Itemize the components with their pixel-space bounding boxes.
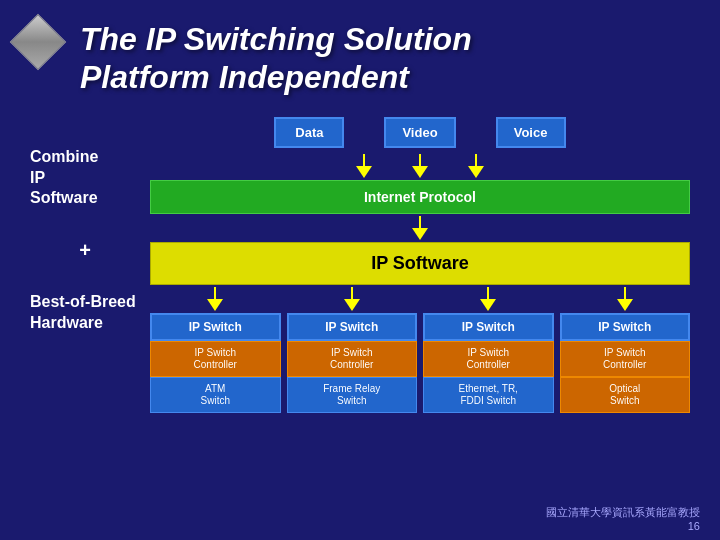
arrow-down2 bbox=[412, 166, 428, 178]
sw-arrow2 bbox=[287, 287, 418, 311]
main-diagram: Data Video Voice Inte bbox=[150, 117, 690, 413]
plus-label: + bbox=[30, 239, 140, 262]
switch-controller-2: IP SwitchController bbox=[287, 341, 418, 377]
switch-bottom-4-label: OpticalSwitch bbox=[609, 383, 640, 406]
arrow1 bbox=[356, 154, 372, 178]
protocol-to-software-arrow bbox=[412, 216, 428, 240]
arrow-line2 bbox=[419, 154, 421, 166]
sw-arrow-line2 bbox=[351, 287, 353, 299]
title-line1: The IP Switching Solution bbox=[80, 21, 472, 57]
arrow3 bbox=[468, 154, 484, 178]
switch-header-2: IP Switch bbox=[287, 313, 418, 341]
footer: 國立清華大學資訊系黃能富教授 16 bbox=[546, 505, 700, 532]
video-box: Video bbox=[384, 117, 455, 148]
arrow-down-single bbox=[412, 228, 428, 240]
internet-protocol-bar: Internet Protocol bbox=[150, 180, 690, 214]
sw-arrow4 bbox=[560, 287, 691, 311]
arrow2 bbox=[412, 154, 428, 178]
switch-bottom-2-label: Frame RelaySwitch bbox=[323, 383, 380, 406]
sw-arrow-down3 bbox=[480, 299, 496, 311]
combine-label: Combine IP Software bbox=[30, 147, 98, 209]
switches-row: IP Switch IP SwitchController ATMSwitch … bbox=[150, 313, 690, 413]
sw-arrow-line3 bbox=[487, 287, 489, 299]
sw-arrow-down1 bbox=[207, 299, 223, 311]
diamond-decoration bbox=[10, 14, 67, 71]
switch-column-4: IP Switch IP SwitchController OpticalSwi… bbox=[560, 313, 691, 413]
switch-column-3: IP Switch IP SwitchController Ethernet, … bbox=[423, 313, 554, 413]
best-of-breed-label: Best-of-Breed Hardware bbox=[30, 292, 136, 334]
sw-arrow-line1 bbox=[214, 287, 216, 299]
switch-bottom-3-label: Ethernet, TR,FDDI Switch bbox=[459, 383, 518, 406]
switch-bottom-4: OpticalSwitch bbox=[560, 377, 691, 413]
sw-arrow3 bbox=[423, 287, 554, 311]
switch-bottom-1-label: ATMSwitch bbox=[201, 383, 230, 406]
switch-bottom-2: Frame RelaySwitch bbox=[287, 377, 418, 413]
data-box: Data bbox=[274, 117, 344, 148]
switch-controller-3: IP SwitchController bbox=[423, 341, 554, 377]
sw-arrow-down4 bbox=[617, 299, 633, 311]
title-block: The IP Switching Solution Platform Indep… bbox=[80, 20, 690, 97]
switch-controller-3-label: IP SwitchController bbox=[467, 347, 510, 370]
switch-controller-2-label: IP SwitchController bbox=[330, 347, 373, 370]
arrow-line1 bbox=[363, 154, 365, 166]
switch-bottom-1: ATMSwitch bbox=[150, 377, 281, 413]
switch-controller-1-label: IP SwitchController bbox=[194, 347, 237, 370]
left-labels: Combine IP Software + Best-of-Breed Hard… bbox=[30, 117, 140, 334]
ip-software-bar: IP Software bbox=[150, 242, 690, 285]
switch-controller-4-label: IP SwitchController bbox=[603, 347, 646, 370]
arrow-line-single bbox=[419, 216, 421, 228]
content-area: Combine IP Software + Best-of-Breed Hard… bbox=[30, 117, 690, 413]
switch-column-2: IP Switch IP SwitchController Frame Rela… bbox=[287, 313, 418, 413]
sw-arrow-line4 bbox=[624, 287, 626, 299]
sw-arrow-down2 bbox=[344, 299, 360, 311]
switch-column-1: IP Switch IP SwitchController ATMSwitch bbox=[150, 313, 281, 413]
voice-box: Voice bbox=[496, 117, 566, 148]
footer-page: 16 bbox=[546, 520, 700, 532]
input-boxes-row: Data Video Voice bbox=[150, 117, 690, 148]
switch-header-1: IP Switch bbox=[150, 313, 281, 341]
title-line2: Platform Independent bbox=[80, 59, 409, 95]
arrow-down1 bbox=[356, 166, 372, 178]
footer-university: 國立清華大學資訊系黃能富教授 bbox=[546, 505, 700, 520]
arrow-down3 bbox=[468, 166, 484, 178]
switch-controller-1: IP SwitchController bbox=[150, 341, 281, 377]
top-arrows bbox=[150, 154, 690, 178]
slide-title: The IP Switching Solution Platform Indep… bbox=[80, 20, 690, 97]
switch-header-4: IP Switch bbox=[560, 313, 691, 341]
switch-bottom-3: Ethernet, TR,FDDI Switch bbox=[423, 377, 554, 413]
switch-controller-4: IP SwitchController bbox=[560, 341, 691, 377]
arrow-line3 bbox=[475, 154, 477, 166]
slide: The IP Switching Solution Platform Indep… bbox=[0, 0, 720, 540]
sw-arrow1 bbox=[150, 287, 281, 311]
switch-header-3: IP Switch bbox=[423, 313, 554, 341]
software-to-switches-arrows bbox=[150, 287, 690, 311]
